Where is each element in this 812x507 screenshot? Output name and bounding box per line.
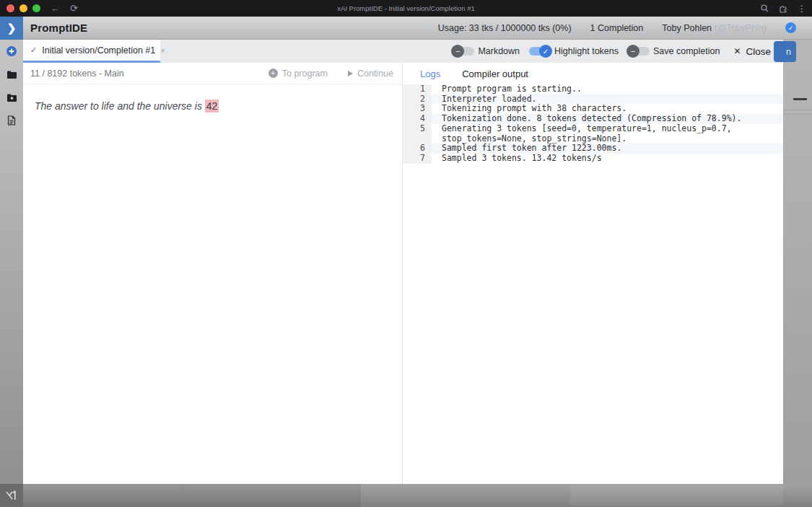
highlight-tokens-toggle[interactable]: ✓ Highlight tokens xyxy=(529,46,619,56)
log-line-number: 4 xyxy=(403,114,432,124)
close-button-label: Close xyxy=(746,46,771,57)
tab-check-icon: ✓ xyxy=(30,45,37,55)
close-window-button[interactable] xyxy=(6,4,14,12)
toggle-knob: ✓ xyxy=(539,45,552,58)
underlying-page-strip xyxy=(783,40,812,484)
log-row: 5 Generating 3 tokens [seed=0, temperatu… xyxy=(403,124,783,144)
tab-close-icon[interactable]: × xyxy=(160,46,165,55)
user-handle: (@TobyPhln) xyxy=(715,23,767,33)
continue-label: Continue xyxy=(357,69,393,79)
editor-column: 11 / 8192 tokens - Main + To program Con… xyxy=(23,63,403,484)
log-line-number: 1 xyxy=(403,84,432,94)
prompt-text: The answer to life and the universe is xyxy=(35,100,205,112)
taskbar-highlight xyxy=(570,485,783,506)
tab-logs[interactable]: Logs xyxy=(420,69,440,79)
log-row: 2 Interpreter loaded. xyxy=(403,94,783,105)
verified-badge-icon: ✓ xyxy=(785,22,796,33)
output-tabs: Logs Compiler output xyxy=(403,63,783,84)
file-icon[interactable] xyxy=(0,109,23,132)
minimize-window-button[interactable] xyxy=(19,4,27,12)
log-row: 6 Sampled first token after 1223.00ms. xyxy=(403,144,783,154)
editor-toolbar: 11 / 8192 tokens - Main + To program Con… xyxy=(23,63,402,84)
divider-line xyxy=(783,114,812,115)
run-button[interactable]: n xyxy=(774,41,796,62)
toggle-on-icon[interactable]: ✓ xyxy=(529,47,551,56)
highlighted-token[interactable]: 42 xyxy=(205,100,219,113)
divider-line xyxy=(783,110,812,110)
log-list[interactable]: 1 Prompt program is starting.. 2 Interpr… xyxy=(403,84,783,164)
add-circle-icon[interactable] xyxy=(0,40,23,63)
log-line-number: 6 xyxy=(403,144,432,154)
search-icon[interactable] xyxy=(761,4,769,12)
completion-panel: ✓ Initial version/Completion #1 × − Mark… xyxy=(23,40,783,484)
toggle-knob: − xyxy=(627,45,639,58)
prompt-text-line: The answer to life and the universe is 4… xyxy=(35,100,390,112)
xai-logo-icon xyxy=(0,484,23,507)
log-row: 4 Tokenization done. 8 tokens detected (… xyxy=(403,114,783,124)
close-icon: ✕ xyxy=(733,46,741,56)
browser-titlebar: ← ⟳ xAI PromptIDE - Initial version/Comp… xyxy=(0,0,812,17)
save-completion-toggle-label: Save completion xyxy=(653,46,720,56)
log-line-text: Tokenization done. 8 tokens detected (Co… xyxy=(432,114,783,124)
toggle-off-icon[interactable]: − xyxy=(453,47,474,56)
tab-title: Initial version/Completion #1 xyxy=(42,45,155,56)
close-button[interactable]: ✕ Close xyxy=(733,46,771,57)
toggle-knob: − xyxy=(451,45,464,58)
screen: ← ⟳ xAI PromptIDE - Initial version/Comp… xyxy=(0,0,812,507)
log-line-text: Sampled 3 tokens. 13.42 tokens/s xyxy=(432,154,783,164)
tab-bar: ✓ Initial version/Completion #1 × − Mark… xyxy=(23,40,783,63)
log-line-text: Interpreter loaded. xyxy=(432,94,783,105)
back-icon[interactable]: ← xyxy=(51,4,60,13)
extensions-icon[interactable] xyxy=(779,4,787,13)
zoom-window-button[interactable] xyxy=(32,4,40,12)
play-icon xyxy=(348,71,353,76)
plus-circle-icon: + xyxy=(269,69,278,78)
browser-title: xAI PromptIDE - Initial version/Completi… xyxy=(0,4,812,12)
markdown-toggle[interactable]: − Markdown xyxy=(453,46,520,56)
log-line-number: 3 xyxy=(403,104,432,114)
taskbar-shadow xyxy=(23,484,193,507)
taskbar-shadow xyxy=(193,484,361,507)
divider-handle[interactable] xyxy=(793,98,807,100)
new-folder-icon[interactable] xyxy=(0,86,23,109)
log-row: 1 Prompt program is starting.. xyxy=(403,84,783,94)
highlight-tokens-toggle-label: Highlight tokens xyxy=(554,46,619,56)
log-line-text: Prompt program is starting.. xyxy=(432,84,783,94)
folder-icon[interactable] xyxy=(0,63,23,86)
user-name: Toby Pohlen xyxy=(662,23,712,33)
log-line-number: 2 xyxy=(403,94,432,105)
continue-button[interactable]: Continue xyxy=(348,69,393,79)
output-column: Logs Compiler output 1 Prompt program is… xyxy=(403,63,783,484)
to-program-button[interactable]: + To program xyxy=(269,69,328,79)
kebab-menu-icon[interactable]: ⋮ xyxy=(798,4,806,14)
log-line-number: 7 xyxy=(403,154,432,164)
app-title: PromptIDE xyxy=(30,22,87,34)
log-line-number: 5 xyxy=(403,124,432,144)
completions-count[interactable]: 1 Completion xyxy=(590,23,644,33)
log-row: 3 Tokenizing prompt with 38 characters. xyxy=(403,104,783,114)
tab-initial-version-completion[interactable]: ✓ Initial version/Completion #1 × xyxy=(23,40,160,63)
promptide-logo-icon[interactable]: ❯ xyxy=(0,17,23,40)
left-sidebar xyxy=(0,40,23,484)
app-header: ❯ PromptIDE Usage: 33 tks / 1000000 tks … xyxy=(0,17,812,40)
toggle-off-icon[interactable]: − xyxy=(628,47,650,56)
usage-stats: Usage: 33 tks / 1000000 tks (0%) xyxy=(438,23,572,33)
token-count-status: 11 / 8192 tokens - Main xyxy=(30,69,124,79)
markdown-toggle-label: Markdown xyxy=(478,46,520,56)
to-program-label: To program xyxy=(282,69,328,79)
log-line-text: Tokenizing prompt with 38 characters. xyxy=(432,104,783,114)
prompt-editor[interactable]: The answer to life and the universe is 4… xyxy=(23,84,402,484)
log-line-text: Sampled first token after 1223.00ms. xyxy=(432,144,783,154)
user-account[interactable]: Toby Pohlen (@TobyPhln) xyxy=(662,23,767,33)
bottom-taskbar xyxy=(0,484,812,507)
log-row: 7 Sampled 3 tokens. 13.42 tokens/s xyxy=(403,154,783,164)
log-line-text: Generating 3 tokens [seed=0, temperature… xyxy=(432,124,783,144)
save-completion-toggle[interactable]: − Save completion xyxy=(628,46,720,56)
reload-icon[interactable]: ⟳ xyxy=(70,4,78,13)
tab-compiler-output[interactable]: Compiler output xyxy=(462,69,528,79)
